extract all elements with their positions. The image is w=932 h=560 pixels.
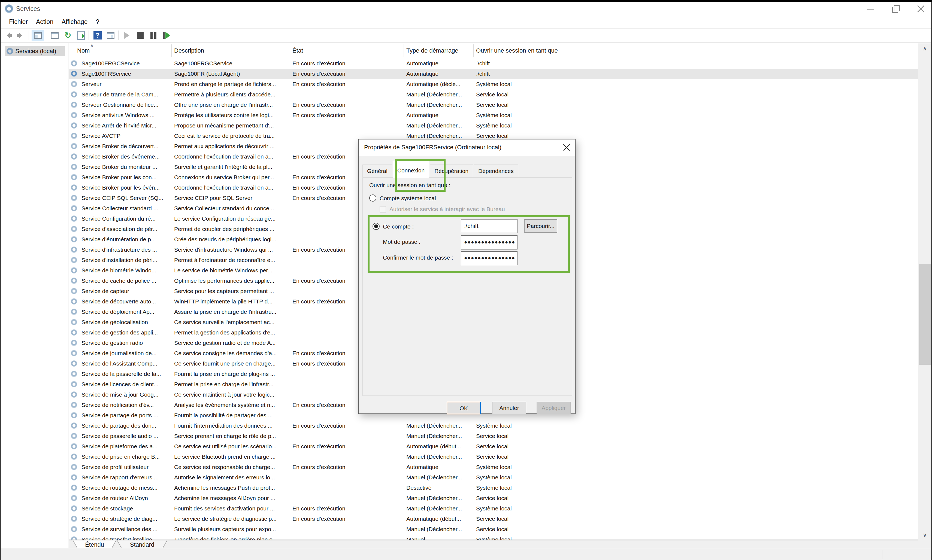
service-gear-icon <box>71 133 77 138</box>
confirm-password-input[interactable]: ●●●●●●●●●●●●●●● <box>461 251 518 265</box>
service-gear-icon <box>71 485 77 491</box>
tab-recuperation[interactable]: Récupération <box>430 165 473 177</box>
cell-type: Automatique <box>406 58 473 69</box>
help-icon[interactable]: ? <box>92 30 103 41</box>
menu-item-?[interactable]: ? <box>96 18 99 26</box>
restore-icon[interactable] <box>891 5 901 14</box>
cell-type: Automatique <box>406 110 473 120</box>
service-row[interactable]: Service de prise en charge B...Le servic… <box>69 452 918 462</box>
service-row[interactable]: Service antivirus Windows ...Protège les… <box>69 110 918 120</box>
vertical-scrollbar[interactable]: ∧ ∨ <box>918 43 931 551</box>
cell-name: Serveur <box>82 79 171 89</box>
sort-ascending-icon: ∧ <box>90 43 94 48</box>
cell-name: Service d'association de pér... <box>82 224 171 234</box>
start-service-icon[interactable] <box>121 30 133 41</box>
cell-name: Service Collecteur standard ... <box>82 203 171 214</box>
cell-name: Service de découverte auto... <box>82 296 171 307</box>
column-header-description[interactable]: Description <box>174 47 204 54</box>
cell-desc: Service d'infrastructure Windows qui ... <box>174 245 290 255</box>
browse-button[interactable]: Parcourir... <box>524 219 557 233</box>
column-header-type[interactable]: Type de démarrage <box>406 47 458 54</box>
cell-type: Manuel (Déclencher... <box>406 452 473 462</box>
scrollbar-thumb[interactable] <box>919 264 930 365</box>
service-row[interactable]: Service de surveillance des ...Surveille… <box>69 524 918 534</box>
cell-name: Service de plateforme des a... <box>82 441 171 452</box>
cell-desc: Offre une prise en charge de l'infrastr.… <box>174 100 290 110</box>
column-header-logon[interactable]: Ouvrir une session en tant que <box>476 47 558 54</box>
cell-desc: Permet à l'ordinateur de reconnaître e..… <box>174 255 290 265</box>
column-header-nom[interactable]: Nom <box>77 47 90 54</box>
minimize-icon[interactable] <box>866 5 876 14</box>
radio-this-account[interactable] <box>373 223 380 230</box>
menu-item-action[interactable]: Action <box>36 18 53 26</box>
cell-logon: .\chift <box>476 58 577 69</box>
cell-status: En cours d'exécution <box>293 100 401 110</box>
refresh-icon[interactable]: ↻ <box>62 30 74 41</box>
service-gear-icon <box>71 92 77 97</box>
service-row[interactable]: Service de stratégie de diag...Le servic… <box>69 514 918 524</box>
dialog-close-icon[interactable] <box>562 143 572 152</box>
service-gear-icon <box>71 112 77 118</box>
properties-icon[interactable] <box>49 30 61 41</box>
restart-service-icon[interactable] <box>160 30 173 41</box>
cell-status: En cours d'exécution <box>293 79 401 89</box>
tab-connexion[interactable]: Connexion <box>393 161 429 178</box>
cell-name: Service de partage des don... <box>82 420 171 431</box>
cell-desc: Permet la gestion des applications d'e..… <box>174 328 290 338</box>
close-icon[interactable] <box>917 5 926 14</box>
service-row[interactable]: Serveur de trame de la Cam...Permettre à… <box>69 89 918 100</box>
radio-this-account-label[interactable]: Ce compte : <box>383 223 414 230</box>
service-row[interactable]: Service de routeur AllJoynAchemine les m… <box>69 493 918 503</box>
sidebar-item-services-local[interactable]: Services (local) <box>5 46 65 56</box>
cell-desc: Coordonne l'exécution de travail en a... <box>174 151 290 162</box>
menu-item-affichage[interactable]: Affichage <box>62 18 88 26</box>
cell-logon: Service local <box>476 441 577 452</box>
ok-button[interactable]: OK <box>447 402 481 414</box>
column-header-etat[interactable]: État <box>293 47 303 54</box>
service-gear-icon <box>71 205 77 211</box>
pause-service-icon[interactable] <box>148 30 159 41</box>
checkbox-interact-desktop <box>380 206 386 212</box>
forward-icon[interactable] <box>15 30 27 41</box>
cell-logon: Service local <box>476 89 577 100</box>
service-row[interactable]: Service de partage des don...Fournit l'i… <box>69 420 918 431</box>
cell-logon: Système local <box>476 420 577 431</box>
tab-dependances[interactable]: Dépendances <box>474 165 518 177</box>
service-row[interactable]: Service de transfert intellige...Transfè… <box>69 534 918 540</box>
service-row[interactable]: Service de passerelle audio ...Service p… <box>69 431 918 441</box>
account-input[interactable]: .\chift <box>461 219 518 233</box>
service-row[interactable]: Service de routage de mess...Achemine le… <box>69 483 918 493</box>
service-row[interactable]: Serveur Gestionnaire de lice...Offre une… <box>69 100 918 110</box>
cell-name: Service Arrêt de l'invité Micr... <box>82 120 171 131</box>
service-row[interactable]: Sage100FRServiceSage100FR (Local Agent)E… <box>69 69 918 79</box>
cell-desc: Coordonne l'exécution de travail en a... <box>174 183 290 193</box>
service-row[interactable]: Service de plateforme des a...Ce service… <box>69 441 918 452</box>
service-row[interactable]: Service de rapport d'erreurs ...Autorise… <box>69 472 918 483</box>
show-action-pane-icon[interactable] <box>105 30 117 41</box>
cell-type: Automatique <box>406 462 473 472</box>
cell-name: Service de transfert intellige... <box>82 534 171 540</box>
cancel-button[interactable]: Annuler <box>492 402 526 414</box>
service-row[interactable]: Service de stockageFournit des services … <box>69 503 918 514</box>
cell-type: Automatique (décle... <box>406 79 473 89</box>
password-input[interactable]: ●●●●●●●●●●●●●●● <box>461 235 518 249</box>
password-label: Mot de passe : <box>383 238 421 245</box>
service-row[interactable]: Service Arrêt de l'invité Micr...Propose… <box>69 120 918 131</box>
export-list-icon[interactable] <box>75 30 87 41</box>
menu-item-fichier[interactable]: Fichier <box>9 18 28 26</box>
cell-name: Service de géolocalisation <box>82 317 171 328</box>
scroll-up-icon[interactable]: ∧ <box>918 44 931 53</box>
cell-status: En cours d'exécution <box>293 462 401 472</box>
back-icon[interactable] <box>2 30 14 41</box>
tab-general[interactable]: Général <box>362 165 392 177</box>
service-gear-icon <box>71 278 77 283</box>
show-console-tree-icon[interactable] <box>32 30 44 41</box>
stop-service-icon[interactable] <box>134 30 146 41</box>
service-row[interactable]: Service de profil utilisateurCe service … <box>69 462 918 472</box>
scroll-down-icon[interactable]: ∨ <box>918 530 931 540</box>
radio-local-system-label[interactable]: Compte système local <box>380 195 436 202</box>
radio-local-system[interactable] <box>369 194 376 202</box>
service-row[interactable]: Sage100FRGCServiceSage100FRGCServiceEn c… <box>69 58 918 69</box>
service-row[interactable]: ServeurPrend en charge le partage de fic… <box>69 79 918 89</box>
service-gear-icon <box>71 464 77 470</box>
